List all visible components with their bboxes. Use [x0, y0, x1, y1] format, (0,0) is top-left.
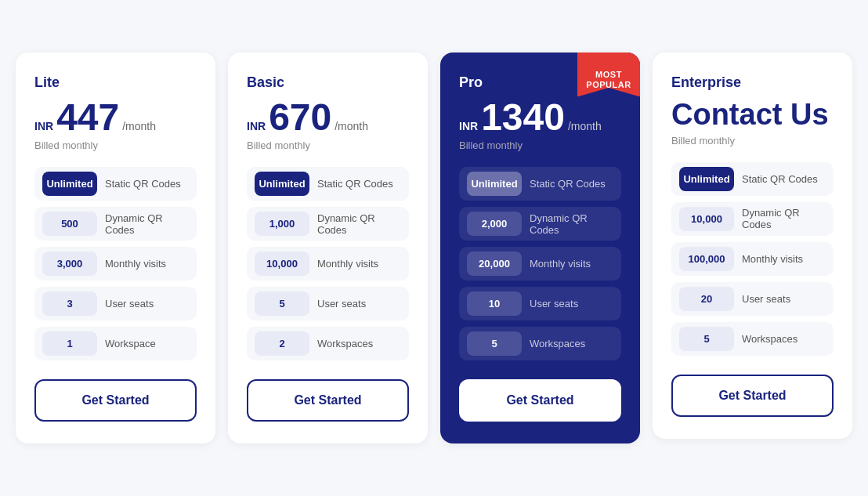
feature-label-enterprise-1: Dynamic QR Codes	[742, 207, 826, 230]
billed-text-enterprise: Billed monthly	[671, 135, 834, 147]
feature-row-pro-2: 20,000 Monthly visits	[459, 247, 621, 281]
feature-label-enterprise-0: Static QR Codes	[742, 173, 826, 185]
price-block-lite: INR 447 /month	[34, 99, 197, 136]
feature-row-basic-3: 5 User seats	[247, 287, 409, 320]
feature-row-lite-1: 500 Dynamic QR Codes	[34, 207, 197, 241]
feature-badge-basic-0: Unlimited	[255, 172, 309, 196]
feature-badge-pro-1: 2,000	[467, 212, 522, 236]
feature-row-lite-3: 3 User seats	[34, 287, 197, 320]
feature-badge-enterprise-3: 20	[679, 287, 734, 311]
feature-row-lite-2: 3,000 Monthly visits	[34, 247, 197, 281]
feature-row-enterprise-2: 100,000 Monthly visits	[671, 242, 834, 276]
feature-label-lite-2: Monthly visits	[105, 258, 189, 270]
enterprise-contact: Contact Us	[671, 99, 834, 132]
feature-badge-enterprise-0: Unlimited	[679, 167, 734, 191]
get-started-btn-enterprise[interactable]: Get Started	[671, 375, 834, 417]
feature-label-enterprise-3: User seats	[742, 293, 826, 305]
plan-card-lite: Lite INR 447 /month Billed monthly Unlim…	[16, 52, 215, 444]
plan-card-basic: Basic INR 670 /month Billed monthly Unli…	[228, 52, 428, 444]
plan-name-lite: Lite	[34, 74, 197, 91]
feature-label-pro-0: Static QR Codes	[530, 178, 613, 190]
feature-row-lite-4: 1 Workspace	[34, 327, 197, 360]
feature-label-basic-0: Static QR Codes	[317, 178, 401, 190]
feature-badge-enterprise-2: 100,000	[679, 247, 734, 271]
feature-label-pro-1: Dynamic QR Codes	[530, 212, 613, 236]
feature-label-lite-1: Dynamic QR Codes	[105, 212, 189, 236]
feature-label-lite-3: User seats	[105, 298, 189, 310]
amount-lite: 447	[56, 99, 119, 136]
feature-row-basic-0: Unlimited Static QR Codes	[247, 167, 409, 201]
feature-badge-basic-2: 10,000	[255, 252, 309, 276]
feature-badge-lite-0: Unlimited	[42, 172, 97, 196]
feature-label-pro-3: User seats	[530, 298, 613, 310]
currency-pro: INR	[459, 120, 478, 132]
get-started-btn-pro[interactable]: Get Started	[459, 379, 621, 422]
period-pro: /month	[568, 120, 602, 132]
feature-badge-basic-3: 5	[255, 291, 309, 316]
plan-card-enterprise: EnterpriseContact UsBilled monthly Unlim…	[653, 52, 852, 439]
feature-row-pro-1: 2,000 Dynamic QR Codes	[459, 207, 621, 241]
feature-badge-pro-3: 10	[467, 291, 522, 316]
pricing-container: Lite INR 447 /month Billed monthly Unlim…	[16, 52, 852, 444]
plan-name-basic: Basic	[247, 74, 409, 91]
billed-text-basic: Billed monthly	[247, 139, 409, 151]
feature-label-basic-2: Monthly visits	[317, 258, 401, 270]
feature-row-enterprise-0: Unlimited Static QR Codes	[671, 162, 834, 196]
feature-badge-enterprise-4: 5	[679, 327, 734, 351]
get-started-btn-lite[interactable]: Get Started	[34, 379, 197, 422]
feature-row-enterprise-1: 10,000 Dynamic QR Codes	[671, 202, 834, 236]
feature-badge-pro-2: 20,000	[467, 252, 522, 276]
period-basic: /month	[335, 120, 368, 132]
feature-badge-pro-0: Unlimited	[467, 172, 522, 196]
feature-row-basic-4: 2 Workspaces	[247, 327, 409, 360]
feature-badge-lite-3: 3	[42, 291, 97, 316]
feature-label-basic-1: Dynamic QR Codes	[317, 212, 401, 236]
feature-row-enterprise-4: 5 Workspaces	[671, 322, 834, 356]
feature-badge-pro-4: 5	[467, 331, 522, 356]
price-block-basic: INR 670 /month	[247, 99, 409, 136]
feature-label-pro-4: Workspaces	[530, 338, 613, 349]
price-block-pro: INR 1340 /month	[459, 99, 621, 136]
feature-badge-basic-1: 1,000	[255, 212, 309, 236]
feature-badge-lite-2: 3,000	[42, 252, 97, 276]
feature-row-basic-2: 10,000 Monthly visits	[247, 247, 409, 281]
feature-label-basic-3: User seats	[317, 298, 401, 310]
currency-lite: INR	[34, 120, 53, 132]
currency-basic: INR	[247, 120, 266, 132]
feature-label-enterprise-2: Monthly visits	[742, 253, 826, 265]
feature-row-enterprise-3: 20 User seats	[671, 282, 834, 316]
get-started-btn-basic[interactable]: Get Started	[247, 379, 409, 422]
feature-row-pro-0: Unlimited Static QR Codes	[459, 167, 621, 201]
feature-label-pro-2: Monthly visits	[530, 258, 613, 270]
feature-row-pro-4: 5 Workspaces	[459, 327, 621, 360]
amount-pro: 1340	[481, 99, 565, 136]
feature-label-basic-4: Workspaces	[317, 338, 401, 349]
feature-badge-lite-1: 500	[42, 212, 97, 236]
billed-text-pro: Billed monthly	[459, 139, 621, 151]
plan-card-pro: MOST POPULARPro INR 1340 /month Billed m…	[440, 52, 640, 444]
feature-label-lite-0: Static QR Codes	[105, 178, 189, 190]
feature-label-lite-4: Workspace	[105, 338, 189, 349]
feature-row-basic-1: 1,000 Dynamic QR Codes	[247, 207, 409, 241]
feature-label-enterprise-4: Workspaces	[742, 333, 826, 345]
amount-basic: 670	[269, 99, 331, 136]
feature-row-lite-0: Unlimited Static QR Codes	[34, 167, 197, 201]
feature-badge-enterprise-1: 10,000	[679, 207, 734, 231]
billed-text-lite: Billed monthly	[34, 139, 197, 151]
feature-badge-lite-4: 1	[42, 331, 97, 356]
feature-row-pro-3: 10 User seats	[459, 287, 621, 320]
feature-badge-basic-4: 2	[255, 331, 309, 356]
plan-name-enterprise: Enterprise	[671, 74, 834, 91]
period-lite: /month	[122, 120, 156, 132]
